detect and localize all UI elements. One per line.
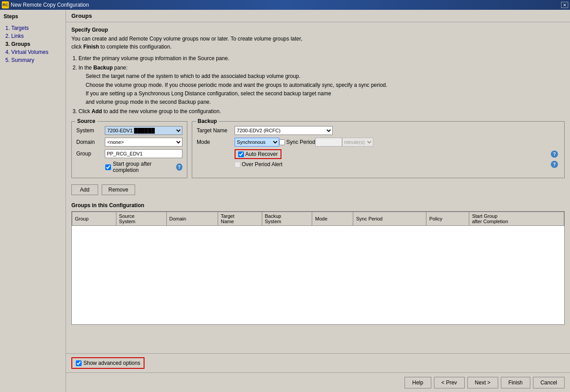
group-label: Group	[76, 151, 105, 157]
start-group-checkbox[interactable]	[105, 164, 111, 170]
show-advanced-checkbox[interactable]	[76, 360, 82, 366]
add-button[interactable]: Add	[71, 184, 98, 195]
title-bar: RC New Remote Copy Configuration ✕	[0, 0, 570, 10]
over-period-checkbox[interactable]	[235, 162, 240, 167]
sidebar: Steps 1. Targets 2. Links 3. Groups 4. V…	[0, 10, 66, 392]
groups-table-container[interactable]: Group SourceSystem Domain TargetName Bac…	[71, 211, 565, 325]
col-target-name: TargetName	[218, 212, 262, 226]
next-button[interactable]: Next >	[467, 377, 498, 388]
over-period-row: Over Period Alert ?	[235, 161, 560, 168]
target-name-row: Target Name 7200-EDV2 (RCFC)	[197, 126, 560, 135]
instruction-2a: Select the target name of the system to …	[86, 72, 565, 81]
source-panel: Source System 7200-EDV1 ██████ Domain <n…	[71, 121, 187, 178]
prev-button[interactable]: < Prev	[434, 377, 465, 388]
panels-row: Source System 7200-EDV1 ██████ Domain <n…	[71, 121, 565, 178]
auto-recover-wrapper: Auto Recover	[235, 149, 281, 159]
domain-label: Domain	[76, 139, 105, 145]
section-title: Groups	[71, 12, 565, 19]
groups-table: Group SourceSystem Domain TargetName Bac…	[72, 212, 564, 226]
system-label: System	[76, 127, 105, 134]
col-source-system: SourceSystem	[116, 212, 166, 226]
col-backup-system: BackupSystem	[262, 212, 312, 226]
backup-panel: Backup Target Name 7200-EDV2 (RCFC) Mode…	[192, 121, 565, 178]
sync-period-input[interactable]	[315, 138, 342, 147]
over-period-label: Over Period Alert	[242, 161, 282, 167]
window-icon: RC	[2, 1, 9, 8]
mode-label: Mode	[197, 139, 235, 145]
start-group-label: Start group after completion	[113, 161, 173, 173]
footer-bar: Help < Prev Next > Finish Cancel	[66, 372, 570, 392]
auto-recover-help-icon[interactable]: ?	[551, 151, 558, 158]
sidebar-item-targets[interactable]: 1. Targets	[4, 24, 62, 32]
action-buttons: Add Remove	[71, 184, 565, 195]
domain-select[interactable]: <none>	[105, 138, 182, 147]
window-title: New Remote Copy Configuration	[11, 2, 89, 8]
bottom-bar: Show advanced options	[66, 353, 570, 372]
col-mode: Mode	[312, 212, 353, 226]
sidebar-item-virtual-volumes[interactable]: 4. Virtual Volumes	[4, 48, 62, 56]
group-input[interactable]	[105, 149, 182, 158]
help-button[interactable]: Help	[405, 377, 431, 388]
table-header-row: Group SourceSystem Domain TargetName Bac…	[72, 212, 564, 226]
instruction-2c: If you are setting up a Synchronous Long…	[86, 90, 565, 106]
system-row: System 7200-EDV1 ██████	[76, 126, 182, 135]
backup-legend: Backup	[196, 118, 219, 124]
finish-button[interactable]: Finish	[501, 377, 530, 388]
groups-section: Groups in this Configuration Group Sourc…	[71, 202, 565, 325]
close-button[interactable]: ✕	[561, 2, 568, 8]
instruction-2b: Choose the volume group mode. If you cho…	[86, 81, 565, 90]
col-start-group: Start Groupafter Completion	[469, 212, 564, 226]
specify-group-title: Specify Group	[71, 27, 565, 33]
auto-recover-label: Auto Recover	[245, 151, 278, 157]
content-body: Specify Group You can create and add Rem…	[66, 22, 570, 353]
source-legend: Source	[75, 118, 97, 124]
domain-row: Domain <none>	[76, 138, 182, 147]
mode-select[interactable]: Synchronous	[235, 138, 279, 147]
auto-recover-row: Auto Recover ?	[197, 149, 560, 159]
sync-period-checkbox[interactable]	[279, 139, 285, 145]
col-sync-period: Sync Period	[353, 212, 426, 226]
minutes-select[interactable]: minute(s)	[342, 138, 373, 147]
sidebar-title: Steps	[4, 13, 62, 20]
col-policy: Policy	[426, 212, 469, 226]
advanced-options-wrapper: Show advanced options	[71, 357, 145, 369]
start-group-help-icon[interactable]: ?	[176, 163, 182, 171]
start-group-row: Start group after completion ?	[76, 161, 182, 173]
col-group: Group	[72, 212, 116, 226]
show-advanced-label: Show advanced options	[83, 360, 140, 366]
col-domain: Domain	[166, 212, 218, 226]
content-header: Groups	[66, 10, 570, 22]
instruction-2: In the Backup pane: Select the target na…	[78, 64, 565, 106]
system-select[interactable]: 7200-EDV1 ██████	[105, 126, 182, 135]
instructions: Enter the primary volume group informati…	[71, 54, 565, 116]
instruction-1: Enter the primary volume group informati…	[78, 54, 565, 63]
group-row: Group	[76, 149, 182, 158]
groups-table-title: Groups in this Configuration	[71, 202, 565, 208]
intro-text: You can create and add Remote Copy volum…	[71, 35, 565, 51]
over-period-help-icon[interactable]: ?	[551, 161, 558, 168]
target-select[interactable]: 7200-EDV2 (RCFC)	[235, 126, 333, 135]
cancel-button[interactable]: Cancel	[533, 377, 565, 388]
instruction-3: Click Add to add the new volume group to…	[78, 107, 565, 116]
auto-recover-checkbox[interactable]	[238, 151, 244, 157]
content-area: Groups Specify Group You can create and …	[66, 10, 570, 392]
sidebar-item-groups[interactable]: 3. Groups	[4, 40, 62, 48]
sync-period-label: Sync Period	[286, 139, 315, 145]
remove-button[interactable]: Remove	[102, 184, 135, 195]
mode-row: Mode Synchronous Sync Period minute(s)	[197, 138, 560, 147]
target-name-label: Target Name	[197, 127, 235, 134]
sidebar-item-links[interactable]: 2. Links	[4, 32, 62, 40]
sidebar-item-summary[interactable]: 5. Summary	[4, 56, 62, 64]
